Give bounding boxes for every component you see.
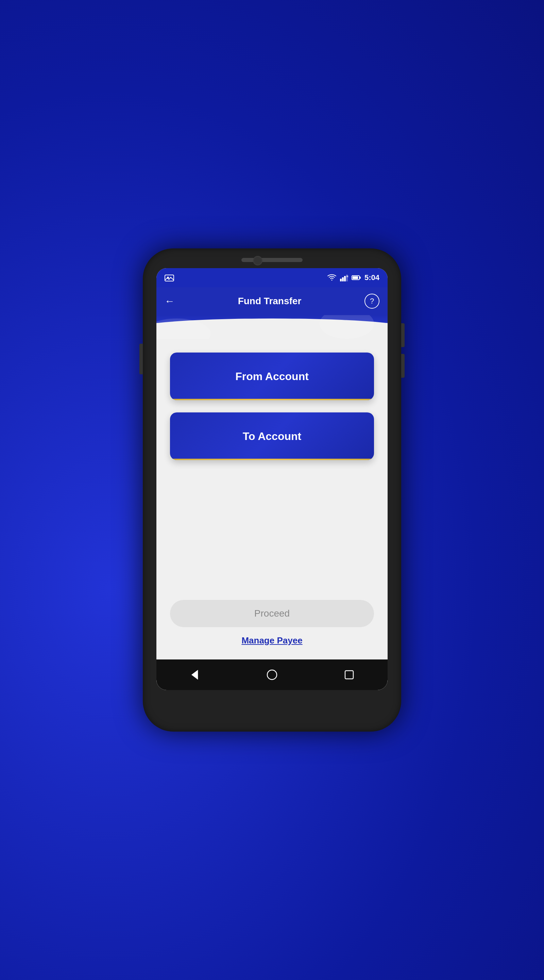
time-display: 5:04 xyxy=(365,273,379,282)
help-button[interactable]: ? xyxy=(365,294,379,309)
volume-down-button[interactable] xyxy=(401,354,404,378)
app-header: ← Fund Transfer ? xyxy=(156,287,388,315)
nav-home-button[interactable] xyxy=(262,666,281,684)
home-circle-icon xyxy=(265,668,279,682)
battery-icon xyxy=(352,275,361,280)
status-right-icons: R 5:04 xyxy=(327,273,379,282)
svg-rect-9 xyxy=(359,277,361,279)
svg-rect-8 xyxy=(352,276,358,279)
manage-payee-button[interactable]: Manage Payee xyxy=(241,635,302,646)
svg-rect-2 xyxy=(340,279,342,282)
svg-marker-10 xyxy=(192,671,198,679)
signal-icon: R xyxy=(340,274,348,282)
phone-speaker xyxy=(241,258,303,262)
wave-decoration xyxy=(156,315,388,339)
recents-square-icon xyxy=(343,669,355,681)
to-account-button[interactable]: To Account xyxy=(170,412,374,460)
bottom-navigation xyxy=(156,659,388,690)
nav-back-button[interactable] xyxy=(186,666,205,684)
svg-rect-0 xyxy=(165,275,174,281)
main-content: From Account To Account Proceed Manage P… xyxy=(156,339,388,659)
phone-device: R 5:04 ← Fund Transfer ? From xyxy=(143,248,401,732)
volume-up-button[interactable] xyxy=(401,323,404,347)
nav-recents-button[interactable] xyxy=(339,666,358,684)
back-triangle-icon xyxy=(188,668,201,682)
from-account-button[interactable]: From Account xyxy=(170,353,374,400)
phone-screen: R 5:04 ← Fund Transfer ? From xyxy=(156,268,388,690)
svg-text:R: R xyxy=(346,275,348,278)
back-button[interactable]: ← xyxy=(165,295,175,307)
proceed-button[interactable]: Proceed xyxy=(170,600,374,627)
svg-point-11 xyxy=(267,670,277,679)
status-bar: R 5:04 xyxy=(156,268,388,287)
wifi-icon xyxy=(327,274,336,282)
status-left-icons xyxy=(165,274,174,282)
photo-icon xyxy=(165,274,174,282)
svg-rect-12 xyxy=(345,671,353,679)
phone-camera xyxy=(253,256,262,266)
wave-blob-left xyxy=(156,318,211,339)
svg-rect-3 xyxy=(342,277,344,282)
wave-blob-right xyxy=(320,315,374,339)
svg-rect-4 xyxy=(344,276,346,282)
power-button[interactable] xyxy=(140,344,143,374)
page-title: Fund Transfer xyxy=(175,296,365,307)
